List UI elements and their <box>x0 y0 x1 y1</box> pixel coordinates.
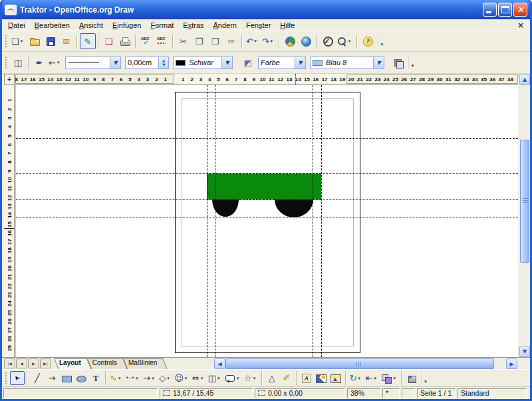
edit-points-button[interactable]: △ <box>265 371 279 385</box>
minimize-button[interactable] <box>483 3 497 17</box>
ruler-origin-button[interactable]: + <box>4 74 15 85</box>
area-style-select[interactable]: Farbe ▼ <box>258 57 306 69</box>
flowchart-button[interactable]: ◫▾ <box>207 371 223 385</box>
scroll-left-button[interactable]: ◀ <box>214 358 225 369</box>
snap-guide-vertical[interactable] <box>215 85 215 357</box>
rotate-button[interactable]: ↻▾ <box>348 371 364 385</box>
previous-page-button[interactable]: ◀ <box>16 358 27 368</box>
auto-spellcheck-button[interactable] <box>154 33 170 49</box>
toolbar-overflow-button[interactable]: ▾ <box>408 57 416 68</box>
toolbar-grip[interactable] <box>5 56 7 69</box>
callouts-button[interactable]: ▾ <box>223 371 243 385</box>
tab-controls[interactable]: Controls <box>87 358 128 369</box>
curve-button[interactable]: ∿▾ <box>108 371 124 385</box>
curve-dropdown-arrow[interactable]: ▾ <box>118 376 123 381</box>
close-button[interactable]: ✕ <box>513 3 527 17</box>
connector-button[interactable]: •–•▾ <box>124 371 142 385</box>
snap-guide-horizontal[interactable] <box>16 217 518 217</box>
menu-extras[interactable]: Extras <box>178 21 208 30</box>
shadow-button[interactable] <box>390 55 406 70</box>
fill-color-select[interactable]: Blau 8 ▼ <box>310 57 384 69</box>
cut-button[interactable]: ✂ <box>176 33 192 49</box>
menu-ansicht[interactable]: Ansicht <box>74 21 108 30</box>
block-arrows-dropdown-arrow[interactable]: ▾ <box>201 376 205 381</box>
edit-file-button[interactable]: ✎ <box>80 33 96 49</box>
line-dialog-button[interactable]: ✒ <box>31 55 47 70</box>
first-page-button[interactable]: |◀ <box>4 358 15 368</box>
rotate-dropdown-arrow[interactable]: ▾ <box>358 376 363 381</box>
chevron-down-icon[interactable]: ▼ <box>221 57 232 68</box>
paste-button[interactable]: ❒ <box>207 33 223 49</box>
navigator-button[interactable] <box>319 33 335 49</box>
zoom-button[interactable]: ▾ <box>335 33 354 49</box>
vertical-ruler[interactable]: 1234567891011121314151617181920212223242… <box>4 85 15 357</box>
area-dialog-button[interactable]: ◩ <box>240 55 256 70</box>
line-button[interactable]: ╱ <box>30 371 45 385</box>
redo-dropdown-arrow[interactable]: ▾ <box>271 39 275 44</box>
gallery-button[interactable] <box>329 371 343 385</box>
tab-malinien[interactable]: Maßlinien <box>123 358 168 369</box>
chevron-down-icon[interactable]: ▼ <box>110 57 120 68</box>
line-style-select[interactable]: ▼ <box>65 57 121 69</box>
snap-guide-horizontal[interactable] <box>16 138 518 139</box>
copy-button[interactable]: ❐ <box>192 33 207 49</box>
open-button[interactable] <box>27 33 43 49</box>
arrow-style-button[interactable]: ←▾ <box>47 55 63 70</box>
glue-points-button[interactable]: ✐ <box>279 371 294 385</box>
lines-and-arrows-dropdown-arrow[interactable]: ▾ <box>152 376 156 381</box>
undo-dropdown-arrow[interactable]: ▾ <box>255 39 259 44</box>
send-email-button[interactable]: ✉ <box>59 33 74 49</box>
toolbar-grip[interactable] <box>5 372 7 385</box>
snap-guide-horizontal[interactable] <box>16 173 518 174</box>
alignment-dropdown-arrow[interactable]: ▾ <box>374 376 378 381</box>
scroll-right-button[interactable]: ▶ <box>506 358 517 369</box>
arrow-style-dropdown-arrow[interactable]: ▾ <box>57 60 62 65</box>
save-button[interactable] <box>43 33 59 49</box>
extrusion-button[interactable] <box>404 371 419 385</box>
status-object-size[interactable]: 0,00 x 0,00 <box>255 388 345 398</box>
stars-dropdown-arrow[interactable]: ▾ <box>253 376 258 381</box>
rectangle-button[interactable] <box>59 371 74 385</box>
redo-button[interactable]: ↷▾ <box>261 33 277 49</box>
menu-hilfe[interactable]: Hilfe <box>275 21 299 30</box>
line-color-select[interactable]: Schwarz ▼ <box>173 57 233 69</box>
snap-guide-vertical[interactable] <box>313 85 313 357</box>
styles-formatting-button[interactable]: ◫ <box>10 55 26 70</box>
snap-guide-vertical[interactable] <box>321 85 322 357</box>
menu-einfgen[interactable]: Einfügen <box>108 21 146 30</box>
scroll-up-button[interactable]: ▲ <box>519 74 530 85</box>
lines-and-arrows-button[interactable]: →▾ <box>142 371 158 385</box>
line-width-input[interactable]: 0,00cm ▲▼ <box>125 57 169 69</box>
help-button[interactable] <box>360 33 376 49</box>
stars-button[interactable]: ☆▾ <box>243 371 259 385</box>
menu-ndern[interactable]: Ändern <box>209 21 241 30</box>
vertical-scrollbar-thumb[interactable] <box>520 140 529 263</box>
scroll-down-button[interactable]: ▼ <box>519 346 530 357</box>
next-page-button[interactable]: ▶ <box>28 358 39 368</box>
alignment-button[interactable]: ⇤▾ <box>364 371 380 385</box>
flowchart-dropdown-arrow[interactable]: ▾ <box>217 376 222 381</box>
export-pdf-button[interactable]: ❏ <box>101 33 117 49</box>
tab-layout[interactable]: Layout <box>54 358 92 369</box>
new-document-dropdown-arrow[interactable]: ▾ <box>21 39 25 44</box>
chevron-down-icon[interactable]: ▼ <box>373 57 384 68</box>
print-button[interactable] <box>117 33 133 49</box>
menu-bearbeiten[interactable]: Bearbeiten <box>30 21 74 30</box>
ellipse-button[interactable] <box>74 371 88 385</box>
callouts-dropdown-arrow[interactable]: ▾ <box>237 376 241 381</box>
format-paintbrush-button[interactable]: ✑ <box>223 33 239 49</box>
basic-shapes-dropdown-arrow[interactable]: ▾ <box>167 376 172 381</box>
status-modified[interactable]: * <box>382 388 400 398</box>
maximize-button[interactable] <box>498 3 512 17</box>
status-zoom-level[interactable]: 38% <box>347 388 380 398</box>
connector-dropdown-arrow[interactable]: ▾ <box>136 376 140 381</box>
close-document-button[interactable]: × <box>511 21 530 30</box>
snap-guide-vertical[interactable] <box>207 85 207 357</box>
new-document-button[interactable]: ❏▾ <box>10 33 27 49</box>
title-bar[interactable]: Traktor - OpenOffice.org Draw ✕ <box>2 0 530 19</box>
symbol-shapes-button[interactable]: ☺▾ <box>173 371 191 385</box>
block-arrows-button[interactable]: ⇔▾ <box>191 371 207 385</box>
vertical-scrollbar[interactable]: ▲ ▼ <box>519 74 530 357</box>
from-file-button[interactable] <box>314 371 329 385</box>
snap-guide-horizontal[interactable] <box>16 200 518 200</box>
